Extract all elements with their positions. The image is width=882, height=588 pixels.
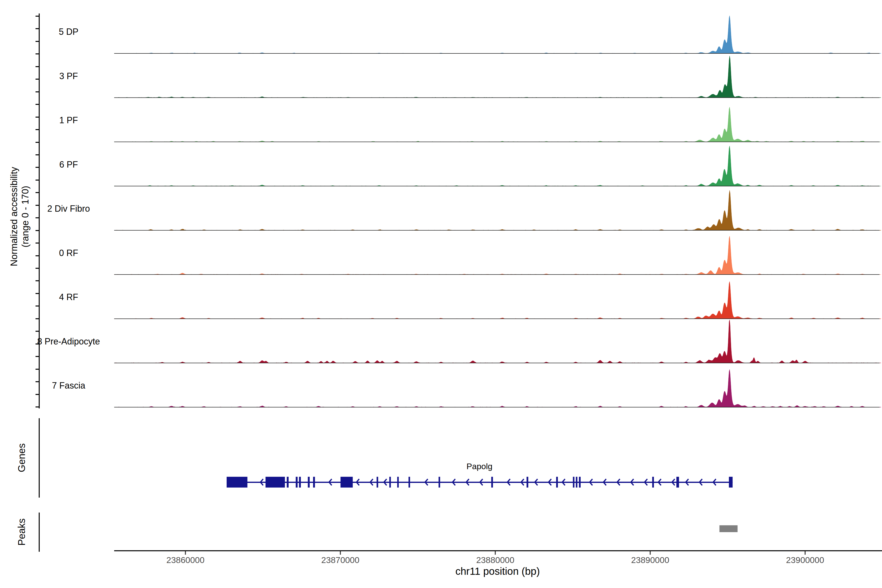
- y-axis-tick: [36, 306, 39, 306]
- gene-exon: [729, 477, 732, 488]
- y-axis-tick: [36, 104, 39, 105]
- x-axis-tick: [340, 551, 341, 555]
- y-axis-tick: [36, 331, 39, 332]
- track-signal-5-dp: [114, 16, 881, 53]
- track-baseline-6-pf: [114, 186, 879, 186]
- genes-axis-line: [39, 418, 40, 498]
- track-label-5-dp: 5 DP: [27, 27, 110, 37]
- y-axis-tick: [36, 243, 39, 243]
- y-axis-tick: [36, 92, 39, 92]
- x-axis-tick: [185, 551, 186, 555]
- track-baseline-1-pf: [114, 142, 879, 142]
- y-axis-tick: [36, 394, 39, 395]
- gene-exon: [376, 477, 378, 488]
- gene-exon: [676, 477, 679, 488]
- y-axis-tick: [36, 41, 39, 42]
- gene-exon: [526, 477, 528, 488]
- y-axis-label-line1: Normalized accessibility: [8, 94, 20, 339]
- track-baseline-5-dp: [114, 53, 879, 54]
- x-axis-tick: [495, 551, 496, 555]
- gene-exon: [340, 477, 353, 488]
- track-signal-8-pre-adipocyte: [114, 320, 881, 363]
- gene-exon: [491, 477, 493, 488]
- gene-exon: [573, 477, 574, 488]
- y-axis-tick: [36, 142, 39, 143]
- x-tick-label-23890000: 23890000: [614, 555, 687, 565]
- figure-canvas: [0, 0, 882, 588]
- track-label-8-pre-adipocyte: 8 Pre-Adipocyte: [27, 336, 110, 347]
- x-tick-label-23860000: 23860000: [149, 555, 222, 565]
- gene-exon: [579, 477, 580, 488]
- y-axis-tick: [36, 66, 39, 67]
- track-label-2-div-fibro: 2 Div Fibro: [27, 203, 110, 214]
- track-label-4-rf: 4 RF: [27, 292, 110, 303]
- gene-exon: [389, 477, 391, 488]
- x-axis-tick: [650, 551, 651, 555]
- gene-exon: [576, 477, 577, 488]
- track-baseline-3-pf: [114, 98, 879, 98]
- track-label-0-rf: 0 RF: [27, 248, 110, 258]
- y-axis-tick: [36, 230, 39, 231]
- y-axis-tick: [36, 16, 39, 16]
- gene-exon: [652, 477, 654, 488]
- y-axis-tick: [36, 192, 39, 193]
- x-axis-tick: [805, 551, 806, 555]
- gene-exon: [286, 477, 289, 488]
- peaks-axis-line: [39, 513, 40, 552]
- y-axis-tick: [36, 318, 39, 319]
- y-axis-tick: [36, 154, 39, 155]
- y-axis-tick: [36, 218, 39, 218]
- gene-exon: [299, 477, 301, 488]
- y-axis-tick: [36, 129, 39, 130]
- y-axis-tick: [36, 53, 39, 54]
- track-label-1-pf: 1 PF: [27, 115, 110, 126]
- gene-exon: [308, 477, 310, 488]
- y-axis-tick: [36, 356, 39, 357]
- y-axis-tick: [36, 268, 39, 269]
- track-baseline-7-fascia: [114, 407, 879, 407]
- track-label-3-pf: 3 PF: [27, 71, 110, 82]
- coverage-plot-figure: Normalized accessibility (range 0 - 170)…: [0, 0, 882, 588]
- gene-exon: [438, 477, 440, 488]
- gene-exon: [266, 477, 285, 488]
- gene-exon: [296, 477, 298, 488]
- track-baseline-0-rf: [114, 274, 879, 275]
- gene-exon: [556, 477, 558, 488]
- x-tick-label-23880000: 23880000: [459, 555, 532, 565]
- track-signal-6-pf: [114, 146, 881, 186]
- x-axis-label: chr11 position (bp): [412, 566, 584, 577]
- y-axis-tick: [36, 180, 39, 181]
- x-tick-label-23870000: 23870000: [303, 555, 377, 565]
- gene-exon: [408, 477, 410, 488]
- gene-name-label: Papolg: [430, 462, 528, 471]
- track-baseline-4-rf: [114, 318, 879, 319]
- track-signal-0-rf: [114, 236, 881, 274]
- track-signal-3-pf: [114, 56, 881, 98]
- gene-exon: [313, 477, 315, 488]
- peak-region-box: [719, 525, 738, 532]
- gene-exon: [397, 477, 399, 488]
- track-signal-1-pf: [114, 107, 881, 142]
- x-axis-line: [114, 550, 882, 551]
- track-label-7-fascia: 7 Fascia: [27, 380, 110, 391]
- y-axis-tick: [36, 280, 39, 281]
- track-signal-2-div-fibro: [114, 190, 881, 230]
- track-label-6-pf: 6 PF: [27, 159, 110, 170]
- track-signal-4-rf: [114, 282, 881, 319]
- peaks-section-label: Peaks: [16, 459, 27, 588]
- track-signal-7-fascia: [114, 369, 881, 407]
- track-baseline-8-pre-adipocyte: [114, 363, 879, 363]
- x-tick-label-23900000: 23900000: [768, 555, 842, 565]
- y-axis-tick: [36, 369, 39, 370]
- track-baseline-2-div-fibro: [114, 230, 879, 231]
- y-axis-tick: [36, 406, 39, 407]
- gene-exon: [226, 477, 248, 488]
